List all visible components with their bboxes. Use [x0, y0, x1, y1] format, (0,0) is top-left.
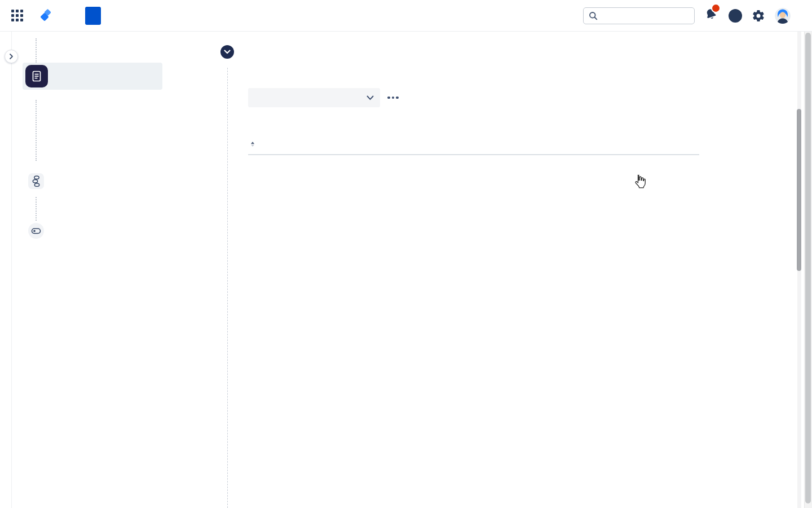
jira-app-window [0, 0, 812, 508]
topnav-right-group [583, 7, 791, 24]
sidebar-collapse-button[interactable] [5, 50, 18, 63]
avatar-image [775, 8, 791, 24]
triggers-icon [28, 223, 44, 239]
notifications-button[interactable] [704, 7, 719, 24]
sidebar-item-workflows[interactable] [28, 173, 63, 189]
topnav-left-group [11, 0, 101, 32]
add-field-more-menu[interactable] [387, 95, 399, 100]
avatar[interactable] [775, 8, 791, 24]
connector-dotted-line [36, 197, 37, 221]
section-collapse-icon [224, 50, 231, 54]
content-icon [25, 65, 48, 87]
collapse-expand-icon [8, 53, 14, 60]
notification-count-badge [711, 3, 721, 13]
window-scrollbar-thumb[interactable] [805, 33, 811, 503]
connector-dotted-line [36, 100, 37, 161]
app-switcher-icon[interactable] [11, 10, 23, 21]
cursor [633, 174, 647, 192]
help-button[interactable] [729, 9, 742, 23]
section-dashed-line [227, 68, 228, 508]
chevron-down-icon [367, 95, 374, 100]
sort-asc-icon [251, 142, 254, 147]
add-field-select[interactable] [248, 88, 380, 107]
search-input[interactable] [602, 11, 687, 20]
settings-icon[interactable] [752, 9, 765, 23]
column-header-target-field[interactable] [248, 142, 254, 147]
panel-scrollbar-thumb[interactable] [797, 109, 801, 271]
jira-logo-icon [39, 9, 53, 23]
workflows-icon [28, 173, 44, 189]
sidebar-item-triggers[interactable] [28, 223, 63, 239]
connector-dotted-line [36, 38, 37, 63]
jira-logo[interactable] [39, 9, 57, 23]
create-button[interactable] [85, 7, 101, 25]
sidebar-edge-line [11, 32, 12, 508]
search-icon [589, 11, 598, 20]
section-collapse-button[interactable] [220, 45, 234, 59]
top-navigation-bar [0, 0, 812, 32]
sidebar-item-content[interactable] [23, 63, 162, 90]
table-header-divider [248, 154, 699, 155]
global-search[interactable] [583, 7, 695, 24]
